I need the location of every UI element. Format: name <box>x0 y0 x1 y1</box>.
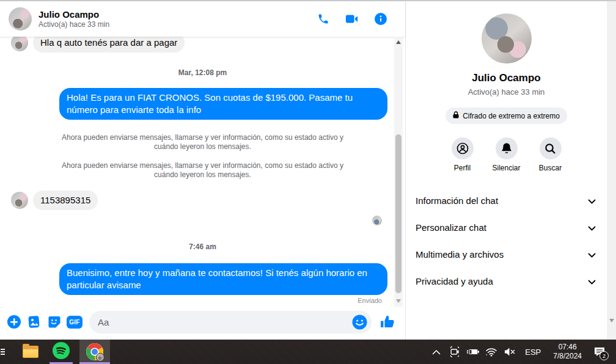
partial-taskbar-icon[interactable] <box>0 340 7 364</box>
composer-input-wrap <box>89 311 372 333</box>
contact-header-info[interactable]: Julio Ocampo Activo(a) hace 33 min <box>38 9 317 29</box>
battery-charging-icon[interactable] <box>466 340 480 364</box>
clock[interactable]: 07:46 7/8/2024 <box>549 343 585 361</box>
sticker-icon[interactable] <box>46 314 62 330</box>
window-scroll-down-icon[interactable] <box>607 319 616 322</box>
chevron-down-icon <box>588 276 596 286</box>
encryption-badge-label: Cifrado de extremo a extremo <box>463 112 560 120</box>
profile-button[interactable]: Perfil <box>441 137 485 172</box>
section-label: Multimedia y archivos <box>416 249 504 260</box>
sidebar-contact-name: Julio Ocampo <box>472 72 540 84</box>
spotify-button[interactable] <box>48 340 75 364</box>
contact-name: Julio Ocampo <box>38 9 317 20</box>
sender-avatar <box>11 37 28 51</box>
header-call-actions <box>317 13 387 25</box>
action-center-icon[interactable]: 2 <box>590 340 609 364</box>
contact-avatar[interactable] <box>9 7 32 31</box>
chat-info-sidebar: Julio Ocampo Activo(a) hace 33 min Cifra… <box>406 1 607 340</box>
message-row: 1153895315 <box>0 191 405 210</box>
profile-button-label: Perfil <box>454 164 471 172</box>
search-icon <box>540 137 562 159</box>
phone-call-icon[interactable] <box>317 13 329 25</box>
chrome-button[interactable] <box>79 340 110 364</box>
attach-image-icon[interactable] <box>26 314 42 330</box>
chrome-icon <box>86 343 103 360</box>
system-tray: * ESP 07:46 7/8/2024 2 <box>430 340 616 364</box>
file-explorer-button[interactable] <box>17 340 44 364</box>
chat-header: Julio Ocampo Activo(a) hace 33 min <box>0 1 405 37</box>
spotify-icon <box>53 342 70 362</box>
sidebar-actions: Perfil Silenciar Buscar <box>441 137 573 172</box>
chat-scrollbar-thumb[interactable] <box>395 134 402 293</box>
system-notice: Ahora pueden enviarse mensajes, llamarse… <box>59 133 347 151</box>
sent-message-bubble: Buenisimo, entre hoy y mañana te contact… <box>59 263 387 295</box>
thumbs-up-icon[interactable] <box>378 313 397 331</box>
mute-button-label: Silenciar <box>492 164 520 172</box>
message-composer: GIF <box>0 308 405 340</box>
camera-icon[interactable] <box>448 340 461 364</box>
profile-avatar-large[interactable] <box>482 13 532 64</box>
chevron-down-icon <box>588 222 596 233</box>
encryption-badge[interactable]: Cifrado de extremo a extremo <box>446 107 567 124</box>
profile-icon <box>452 137 474 159</box>
mute-button[interactable]: Silenciar <box>485 137 529 172</box>
message-list: Hla q auto tenés para dar a pagar Mar, 1… <box>0 37 405 308</box>
emoji-icon[interactable] <box>352 315 367 330</box>
section-media-files[interactable]: Multimedia y archivos <box>406 241 607 268</box>
volume-muted-icon[interactable] <box>503 340 516 364</box>
clock-date: 7/8/2024 <box>553 352 582 361</box>
chat-panel: Julio Ocampo Activo(a) hace 33 min <box>0 1 406 340</box>
sender-avatar <box>11 192 28 209</box>
search-button[interactable]: Buscar <box>529 137 573 172</box>
wifi-icon[interactable]: * <box>485 340 498 364</box>
message-input[interactable] <box>89 311 372 333</box>
section-label: Privacidad y ayuda <box>416 276 493 286</box>
section-customize-chat[interactable]: Personalizar chat <box>406 214 607 241</box>
chrome-profile-avatar <box>96 353 105 362</box>
gif-icon[interactable]: GIF <box>67 314 82 330</box>
window-scrollbar[interactable] <box>607 1 616 340</box>
chevron-down-icon <box>588 195 596 206</box>
section-label: Información del chat <box>416 195 498 206</box>
screen: Julio Ocampo Activo(a) hace 33 min <box>0 0 616 364</box>
timestamp-divider: 7:46 am <box>0 242 405 251</box>
taskbar-left <box>0 340 110 364</box>
notification-badge: 2 <box>600 351 609 360</box>
lock-icon <box>453 111 459 120</box>
video-call-icon[interactable] <box>345 13 359 24</box>
contact-active-status: Activo(a) hace 33 min <box>38 20 317 29</box>
message-row: Hla q auto tenés para dar a pagar <box>0 37 405 53</box>
scroll-up-arrow-icon[interactable] <box>394 38 403 46</box>
system-notice: Ahora pueden enviarse mensajes, llamarse… <box>59 161 347 180</box>
seen-indicator-avatar <box>372 216 382 225</box>
clock-time: 07:46 <box>553 343 582 352</box>
sidebar-sections: Información del chat Personalizar chat M… <box>406 187 607 294</box>
sidebar-active-status: Activo(a) hace 33 min <box>468 87 545 96</box>
timestamp-divider: Mar, 12:08 pm <box>0 68 405 77</box>
conversation-info-icon[interactable] <box>375 13 387 25</box>
scroll-down-arrow-icon[interactable] <box>394 297 403 305</box>
received-message-bubble: Hla q auto tenés para dar a pagar <box>33 37 185 53</box>
chevron-down-icon <box>588 249 596 260</box>
delivery-status: Enviado <box>358 297 382 304</box>
section-label: Personalizar chat <box>416 222 486 233</box>
tray-chevron-up-icon[interactable] <box>430 340 443 364</box>
messenger-window: Julio Ocampo Activo(a) hace 33 min <box>0 0 616 340</box>
search-button-label: Buscar <box>539 164 562 172</box>
sent-message-bubble: Hola! Es para un FIAT CRONOS. Son cuotas… <box>59 88 387 120</box>
windows-taskbar: * ESP 07:46 7/8/2024 2 <box>0 340 616 364</box>
more-actions-plus-icon[interactable] <box>6 314 22 330</box>
language-indicator[interactable]: ESP <box>521 348 544 357</box>
bell-icon <box>496 137 518 159</box>
received-message-bubble: 1153895315 <box>33 191 98 210</box>
section-chat-info[interactable]: Información del chat <box>406 187 607 214</box>
chat-scrollbar[interactable] <box>394 37 403 307</box>
folder-icon <box>23 346 38 358</box>
svg-text:*: * <box>486 354 488 357</box>
section-privacy-help[interactable]: Privacidad y ayuda <box>406 268 607 294</box>
